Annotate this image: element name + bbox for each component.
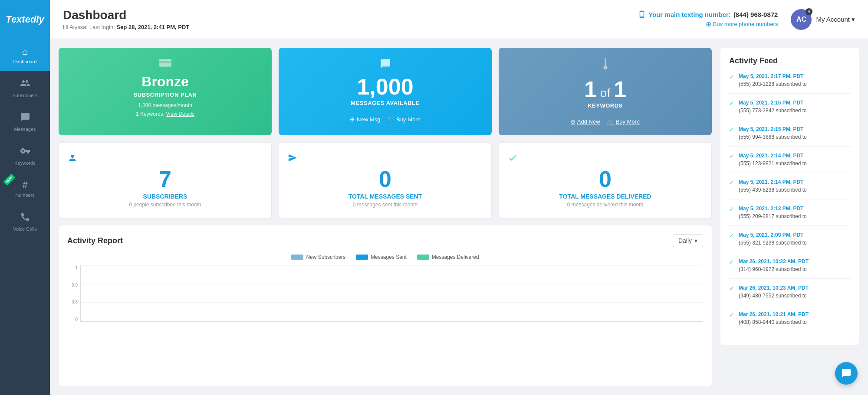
keywords-subtitle: KEYWORDS [588,102,623,109]
sidebar-label-messages: Messages [14,127,36,132]
messages-subtitle: MESSAGES AVAILABLE [351,100,419,106]
sidebar-label-keywords: Keywords [14,160,35,166]
messages-card: 1,000 MESSAGES AVAILABLE ⊕ New Msg 🛒 Buy… [279,48,492,135]
delivered-subtitle: 0 messages delivered this month [567,202,643,208]
feed-date: Mar 26, 2021. 10:21 AM, PDT [739,310,809,318]
greeting: Hi Alyssa! Last login: Sep 28, 2021. 2:4… [63,24,189,30]
activity-report-header: Activity Report Daily ▾ [67,234,703,247]
new-msg-text: New Msg [357,116,380,123]
buy-more-keywords-text: Buy More [616,118,640,125]
y-label-0: 0 [67,317,78,322]
feed-item: ✓ Mar 26, 2021. 10:21 AM, PDT (408) 858-… [729,310,851,331]
chart-legend: New Subscribers Messages Sent Messages D… [67,254,703,260]
add-icon: ⊕ [571,118,575,125]
view-details-link[interactable]: View Details [166,111,194,117]
chat-button[interactable] [835,362,858,385]
feed-content: May 5, 2021. 2:14 PM, PDT (555) 439-8238… [739,178,807,194]
buy-more-keywords-link[interactable]: 🛒 Buy More [607,118,640,125]
feed-content: May 5, 2021. 2:15 PM, PDT (555) 773-2842… [739,99,807,114]
delivered-title: TOTAL MESSAGES DELIVERED [559,193,651,200]
feed-check-icon: ✓ [729,153,734,160]
feed-item: ✓ May 5, 2021. 2:14 PM, PDT (555) 123-98… [729,152,851,173]
delivered-stat-card: 0 TOTAL MESSAGES DELIVERED 0 messages de… [499,142,712,219]
send-arrow-icon [288,153,297,164]
svg-rect-1 [159,61,171,63]
buy-more-messages-link[interactable]: 🛒 Buy More [387,116,421,123]
sidebar-item-keywords[interactable]: Keywords [0,139,50,173]
buy-more-messages-text: Buy More [396,116,421,123]
chart-container: 1 0.9 0.8 0 [67,265,703,322]
sidebar-item-numbers[interactable]: NEW # Numbers [0,173,50,205]
plan-detail1: 1,000 messages/month [138,102,192,108]
legend-new-subscribers: New Subscribers [291,254,345,260]
feed-date: May 5, 2021. 2:15 PM, PDT [739,99,807,107]
subscriber-person-icon [68,153,77,164]
feed-check-icon: ✓ [729,311,734,318]
sidebar-item-dashboard[interactable]: ⌂ Dashboard [0,39,50,71]
feed-date: Mar 26, 2021. 10:23 AM, PDT [739,258,809,265]
feed-content: May 5, 2021. 2:17 PM, PDT (555) 203-1228… [739,72,807,88]
keywords-actions: ⊕ Add New 🛒 Buy More [571,118,640,125]
keywords-of: of [600,86,610,100]
legend-label-delivered: Messages Delivered [432,254,479,260]
messages-count: 1,000 [357,75,413,98]
new-msg-link[interactable]: ⊕ New Msg [350,116,380,123]
feed-text: (555) 123-9821 subscribed to [739,160,807,167]
page-title: Dashboard [63,8,189,22]
feed-check-icon: ✓ [729,232,734,239]
feed-content: Mar 26, 2021. 10:21 AM, PDT (408) 858-94… [739,310,809,326]
feed-date: May 5, 2021. 2:09 PM, PDT [739,231,807,239]
legend-messages-sent: Messages Sent [356,254,407,260]
header-right: Your main texting number: (844) 968-0872… [638,9,855,30]
numbers-icon: # [22,180,27,191]
plus-icon: ⊕ [706,20,711,28]
add-new-keyword-link[interactable]: ⊕ Add New [571,118,600,125]
feed-item: ✓ May 5, 2021. 2:13 PM, PDT (555) 209-38… [729,205,851,226]
content-area: Bronze SUBSCRIPTION PLAN 1,000 messages/… [50,39,868,395]
subscribers-subtitle: 0 people subscribed this month [129,202,201,208]
phone-number: (844) 968-0872 [733,11,778,18]
sidebar-item-messages[interactable]: Messages [0,105,50,139]
feed-item: ✓ Mar 26, 2021. 10:23 AM, PDT (949) 480-… [729,284,851,305]
feed-check-icon: ✓ [729,126,734,133]
notification-badge: 0 [806,8,812,15]
feed-item: ✓ May 5, 2021. 2:14 PM, PDT (555) 439-82… [729,178,851,199]
y-axis: 1 0.9 0.8 0 [67,265,80,322]
feed-text: (555) 439-8238 subscribed to [739,186,807,194]
feed-item: ✓ May 5, 2021. 2:17 PM, PDT (555) 203-12… [729,72,851,94]
header-left: Dashboard Hi Alyssa! Last login: Sep 28,… [63,8,189,30]
subscribers-title: SUBSCRIBERS [143,193,187,200]
cart-keywords-icon: 🛒 [607,118,614,125]
svg-rect-2 [605,58,606,66]
main-area: Dashboard Hi Alyssa! Last login: Sep 28,… [50,0,868,395]
sidebar-item-subscribers[interactable]: Subscribers [0,71,50,105]
last-login: Sep 28, 2021. 2:41 PM, PDT [117,24,190,30]
account-area[interactable]: AC 0 My Account ▾ [791,9,855,30]
plan-detail2: 1 Keywords. View Details [136,111,194,117]
feed-date: May 5, 2021. 2:14 PM, PDT [739,178,807,186]
keywords-card: 1 of 1 KEYWORDS ⊕ Add New 🛒 Buy More [499,48,712,135]
feed-check-icon: ✓ [729,73,734,80]
sent-title: TOTAL MESSAGES SENT [349,193,422,200]
legend-label-sent: Messages Sent [371,254,407,260]
period-label: Daily [678,237,692,244]
feed-text: (408) 858-9440 subscribed to [739,318,809,326]
plan-card: Bronze SUBSCRIPTION PLAN 1,000 messages/… [59,48,272,135]
period-dropdown[interactable]: Daily ▾ [673,234,703,247]
plan-subtitle: SUBSCRIPTION PLAN [134,91,197,98]
sidebar-label-dashboard: Dashboard [13,59,37,64]
home-icon: ⌂ [22,46,28,57]
sidebar: Textedly ⌂ Dashboard Subscribers Message… [0,0,50,395]
sidebar-item-voice[interactable]: Voice Calls [0,205,50,238]
feed-date: Mar 26, 2021. 10:23 AM, PDT [739,284,809,292]
sent-count: 0 [379,168,391,190]
plan-title: Bronze [141,74,188,90]
account-label[interactable]: My Account ▾ [816,16,855,23]
feed-text: (555) 321-9238 subscribed to [739,239,807,247]
buy-more-text: Buy more phone numbers [713,21,778,27]
buy-more-link[interactable]: ⊕ Buy more phone numbers [638,20,778,28]
feed-check-icon: ✓ [729,206,734,212]
message-icon [380,58,391,72]
y-label-2: 0.9 [67,283,78,287]
texting-number-row: Your main texting number: (844) 968-0872 [638,10,778,18]
